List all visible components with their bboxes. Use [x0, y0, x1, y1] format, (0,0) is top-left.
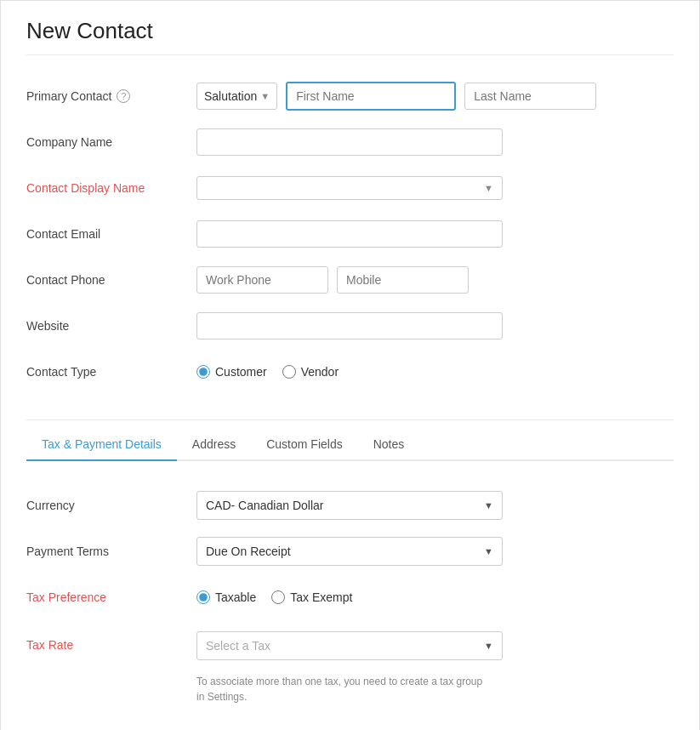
tax-preference-label: Tax Preference: [26, 590, 196, 604]
payment-terms-controls: Due On Receipt ▼: [196, 537, 674, 566]
tab-notes[interactable]: Notes: [358, 429, 420, 461]
website-label: Website: [26, 319, 196, 333]
first-name-input[interactable]: [286, 82, 456, 111]
customer-radio[interactable]: [196, 365, 210, 379]
payment-terms-chevron-icon: ▼: [484, 546, 493, 556]
tab-custom-fields[interactable]: Custom Fields: [251, 429, 357, 461]
tax-rate-controls: Select a Tax ▼ To associate more than on…: [196, 631, 674, 704]
tab-tax-payment[interactable]: Tax & Payment Details: [26, 429, 177, 461]
salutation-chevron-icon: ▼: [260, 91, 270, 101]
vendor-radio[interactable]: [282, 365, 296, 379]
company-name-label: Company Name: [26, 135, 196, 149]
tab-address[interactable]: Address: [177, 429, 251, 461]
tax-info-text: To associate more than one tax, you need…: [196, 674, 486, 704]
tax-rate-label: Tax Rate: [26, 631, 196, 652]
primary-contact-row: Primary Contact ? Salutation ▼: [26, 81, 674, 111]
tax-exempt-label: Tax Exempt: [290, 590, 352, 604]
tax-exempt-radio[interactable]: [271, 590, 285, 604]
company-name-controls: [196, 128, 674, 156]
primary-contact-label: Primary Contact ?: [26, 89, 196, 103]
currency-controls: CAD- Canadian Dollar ▼: [196, 491, 674, 520]
website-row: Website: [26, 311, 674, 341]
tax-rate-row: Tax Rate Select a Tax ▼ To associate mor…: [26, 628, 674, 704]
payment-terms-label: Payment Terms: [26, 545, 196, 558]
contact-display-name-row: Contact Display Name ▼: [26, 173, 674, 203]
display-name-chevron-icon: ▼: [484, 183, 493, 193]
vendor-label: Vendor: [301, 365, 339, 379]
payment-terms-dropdown[interactable]: Due On Receipt ▼: [196, 537, 503, 566]
taxable-radio[interactable]: [196, 590, 210, 604]
select-tax-placeholder: Select a Tax: [206, 639, 270, 653]
currency-dropdown[interactable]: CAD- Canadian Dollar ▼: [196, 491, 503, 520]
taxable-label: Taxable: [215, 590, 256, 604]
contact-type-label: Contact Type: [26, 365, 196, 379]
taxable-radio-item[interactable]: Taxable: [196, 590, 256, 604]
section-divider: [26, 419, 674, 420]
page-container: New Contact Primary Contact ? Salutation…: [0, 0, 700, 730]
contact-display-name-dropdown[interactable]: ▼: [196, 176, 503, 200]
contact-display-name-label: Contact Display Name: [26, 181, 196, 195]
tax-preference-controls: Taxable Tax Exempt: [196, 590, 674, 604]
currency-value: CAD- Canadian Dollar: [206, 499, 324, 512]
currency-chevron-icon: ▼: [484, 500, 493, 510]
currency-label: Currency: [26, 499, 196, 512]
contact-type-row: Contact Type Customer Vendor: [26, 356, 674, 387]
vendor-radio-item[interactable]: Vendor: [282, 365, 339, 379]
contact-email-label: Contact Email: [26, 227, 196, 241]
primary-contact-controls: Salutation ▼: [196, 82, 674, 111]
tax-preference-row: Tax Preference Taxable Tax Exempt: [26, 582, 674, 613]
page-title: New Contact: [26, 18, 674, 55]
currency-row: Currency CAD- Canadian Dollar ▼: [26, 490, 674, 521]
contact-phone-label: Contact Phone: [26, 273, 196, 287]
contact-type-radio-group: Customer Vendor: [196, 365, 339, 379]
help-icon[interactable]: ?: [117, 89, 130, 103]
contact-phone-controls: [196, 266, 674, 294]
primary-contact-section: Primary Contact ? Salutation ▼ Company N…: [26, 72, 674, 411]
contact-phone-row: Contact Phone: [26, 265, 674, 295]
last-name-input[interactable]: [464, 83, 596, 110]
tax-payment-section: Currency CAD- Canadian Dollar ▼ Payment …: [26, 482, 674, 728]
company-name-input[interactable]: [196, 128, 503, 156]
payment-terms-row: Payment Terms Due On Receipt ▼: [26, 536, 674, 567]
contact-email-row: Contact Email: [26, 219, 674, 249]
contact-email-controls: [196, 220, 674, 248]
tax-preference-radio-group: Taxable Tax Exempt: [196, 590, 352, 604]
website-input[interactable]: [196, 312, 503, 339]
salutation-dropdown[interactable]: Salutation ▼: [196, 83, 277, 110]
contact-email-input[interactable]: [196, 220, 503, 248]
website-controls: [196, 312, 674, 339]
tax-rate-dropdown[interactable]: Select a Tax ▼: [196, 631, 503, 660]
work-phone-input[interactable]: [196, 266, 328, 294]
tabs-container: Tax & Payment Details Address Custom Fie…: [26, 429, 674, 461]
tax-rate-chevron-icon: ▼: [484, 641, 493, 651]
customer-radio-item[interactable]: Customer: [196, 365, 267, 379]
contact-type-controls: Customer Vendor: [196, 365, 674, 379]
company-name-row: Company Name: [26, 127, 674, 157]
customer-label: Customer: [215, 365, 267, 379]
mobile-input[interactable]: [337, 266, 469, 294]
contact-display-name-controls: ▼: [196, 176, 674, 200]
tax-exempt-radio-item[interactable]: Tax Exempt: [271, 590, 352, 604]
payment-terms-value: Due On Receipt: [206, 545, 291, 558]
